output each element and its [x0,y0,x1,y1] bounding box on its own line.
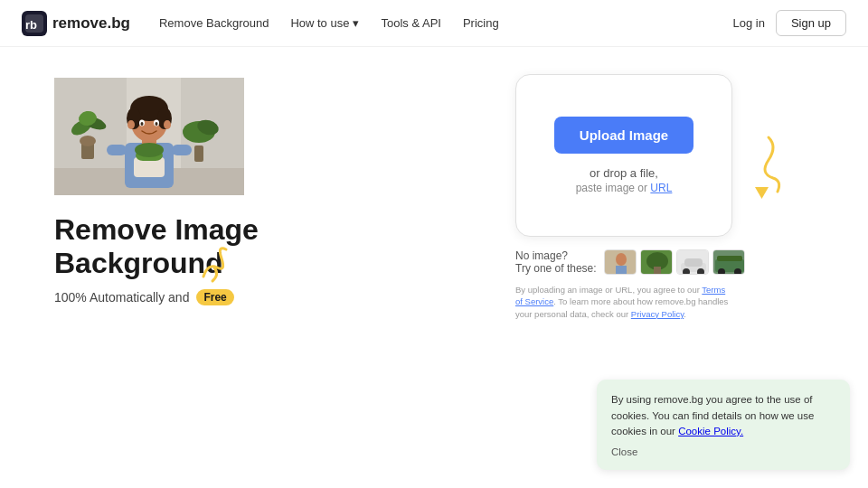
cookie-text: By using remove.bg you agree to the use … [611,394,814,436]
upload-card: Upload Image or drop a file, paste image… [515,74,732,237]
nav-tools-api[interactable]: Tools & API [381,16,440,30]
login-button[interactable]: Log in [732,16,764,30]
sample-image-1[interactable] [604,249,637,275]
sample-image-4[interactable] [712,249,745,275]
no-image-label: No image? Try one of these: [515,249,597,275]
svg-point-35 [616,253,627,266]
terms-link[interactable]: Terms of Service [515,285,725,306]
sample-image-2[interactable] [640,249,673,275]
url-link[interactable]: URL [650,182,672,194]
chevron-down-icon: ▾ [353,16,359,30]
free-badge: Free [196,289,233,305]
cookie-policy-link[interactable]: Cookie Policy. [678,426,743,436]
svg-text:rb: rb [25,18,37,32]
nav-how-to-use[interactable]: How to use ▾ [290,16,359,30]
upload-section: Upload Image or drop a file, paste image… [434,74,814,320]
no-image-row: No image? Try one of these: [515,249,732,275]
svg-rect-42 [684,258,703,267]
upload-or-text: or drop a file, [590,166,658,180]
svg-point-9 [80,136,96,146]
deco-squiggle-bottom-left [194,231,249,289]
cookie-banner: By using remove.bg you agree to the use … [597,380,850,470]
upload-image-button[interactable]: Upload Image [554,117,693,154]
main-content: Remove Image Background 100% Automatical… [0,47,868,320]
logo[interactable]: rb remove.bg [22,11,130,36]
svg-rect-36 [616,266,627,275]
svg-point-32 [135,143,164,157]
nav-actions: Log in Sign up [732,10,846,36]
svg-marker-33 [755,187,769,199]
nav-pricing[interactable]: Pricing [463,16,499,30]
hero-subtitle: 100% Automatically and Free [54,289,434,305]
terms-text: By uploading an image or URL, you agree … [515,284,732,320]
svg-point-25 [164,120,171,129]
svg-rect-18 [172,145,192,155]
hero-image [54,78,244,195]
svg-rect-39 [654,267,661,275]
sample-images [604,249,745,275]
svg-rect-47 [717,256,742,261]
signup-button[interactable]: Sign up [776,10,846,36]
svg-point-24 [127,120,135,129]
sample-image-3[interactable] [676,249,709,275]
navbar: rb remove.bg Remove Background How to us… [0,0,868,47]
hero-section: Remove Image Background 100% Automatical… [54,78,434,316]
nav-links: Remove Background How to use ▾ Tools & A… [159,16,733,30]
nav-remove-background[interactable]: Remove Background [159,16,269,30]
cookie-close-button[interactable]: Close [611,446,637,457]
logo-icon: rb [22,11,47,36]
hero-image-container [54,78,244,195]
svg-point-29 [156,122,158,126]
logo-text: remove.bg [52,14,130,33]
privacy-link[interactable]: Privacy Policy [631,309,684,319]
svg-rect-17 [107,145,127,155]
svg-point-28 [141,122,144,126]
svg-rect-13 [194,145,203,162]
upload-url-text: paste image or URL [576,182,673,194]
